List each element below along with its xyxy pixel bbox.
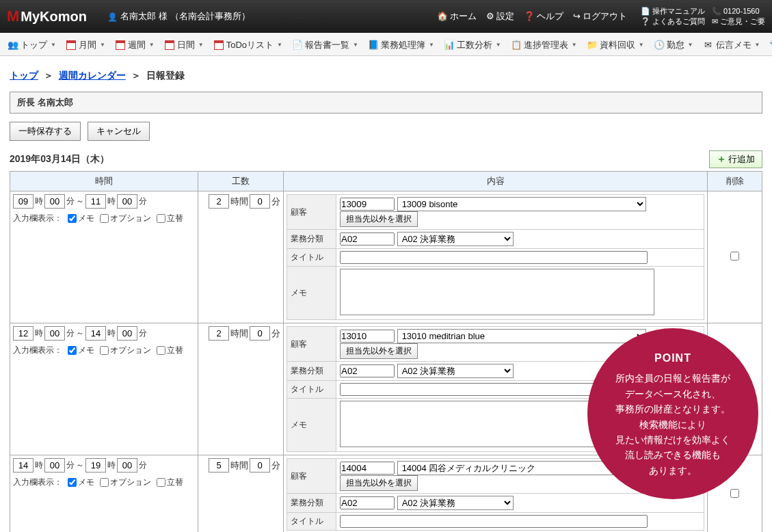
end-hour[interactable]	[85, 458, 106, 473]
customer-select[interactable]: 13009 bisonte	[397, 197, 646, 211]
chk-option[interactable]: オプション	[100, 477, 151, 488]
link-contact[interactable]: ご意見・ご要	[712, 16, 765, 27]
add-row-button[interactable]: ＋ 行追加	[709, 150, 762, 168]
end-min[interactable]	[117, 326, 137, 341]
end-min[interactable]	[117, 194, 137, 209]
save-button[interactable]: 一時保存する	[10, 122, 81, 141]
nav-tab-label: 月間	[79, 39, 96, 51]
nav-tab-label: 伝言メモ	[716, 39, 751, 51]
nav-tab-4[interactable]: ToDoリスト▼	[209, 36, 287, 55]
nav-home[interactable]: ホーム	[437, 10, 477, 23]
select-other-button[interactable]: 担当先以外を選択	[340, 211, 418, 227]
nav-tab-12[interactable]: 🔧個人ツール▼	[764, 36, 772, 55]
delete-checkbox[interactable]	[730, 489, 739, 498]
chk-option[interactable]: オプション	[100, 345, 151, 356]
category-code[interactable]	[340, 232, 395, 245]
select-other-button[interactable]: 担当先以外を選択	[340, 475, 418, 491]
nav-tabs: 👥トップ▼月間▼週間▼日間▼ToDoリスト▼📄報告書一覧▼📘業務処理簿▼📊工数分…	[0, 33, 772, 56]
breadcrumb-top[interactable]: トップ	[10, 70, 38, 81]
title-input[interactable]	[340, 515, 648, 528]
nav-tab-5[interactable]: 📄報告書一覧▼	[287, 36, 363, 55]
chk-memo[interactable]: メモ	[68, 345, 94, 356]
lbl-category: 業務分類	[287, 362, 336, 381]
faq-icon	[641, 16, 650, 27]
nav-tab-icon: 👥	[8, 40, 18, 51]
nav-tab-icon: 🔧	[769, 40, 772, 51]
nav-tab-11[interactable]: ✉伝言メモ▼	[698, 36, 765, 55]
link-manual[interactable]: 操作マニュアル	[641, 6, 705, 16]
memo-textarea[interactable]	[340, 269, 654, 315]
nav-tab-label: 進捗管理表	[524, 39, 568, 51]
nav-tab-label: 資料回収	[600, 39, 635, 51]
nav-help[interactable]: ヘルプ	[524, 10, 563, 23]
start-min[interactable]	[44, 194, 65, 209]
link-faq[interactable]: よくあるご質問	[641, 16, 705, 27]
category-select[interactable]: A02 決算業務	[397, 364, 514, 378]
nav-tab-7[interactable]: 📊工数分析▼	[439, 36, 506, 55]
start-hour[interactable]	[13, 326, 34, 341]
nav-tab-10[interactable]: 🕓勤怠▼	[649, 36, 698, 55]
th-time: 時間	[10, 172, 198, 191]
start-min[interactable]	[44, 458, 65, 473]
lbl-customer: 顧客	[287, 459, 336, 494]
owner-box: 所長 名南太郎	[10, 92, 762, 114]
nav-tab-icon	[213, 40, 224, 51]
chk-memo[interactable]: メモ	[68, 213, 94, 224]
customer-select[interactable]: 13010 meditrian blue	[397, 329, 646, 343]
kousu-hour[interactable]	[209, 194, 229, 209]
display-label: 入力欄表示：	[13, 477, 62, 488]
nav-tab-8[interactable]: 📋進捗管理表▼	[506, 36, 582, 55]
link-phone[interactable]: 0120-1560	[712, 6, 760, 16]
kousu-min[interactable]	[250, 194, 270, 209]
start-hour[interactable]	[13, 458, 34, 473]
customer-code[interactable]	[340, 198, 395, 211]
breadcrumb-current: 日報登録	[146, 70, 185, 81]
user-icon	[107, 12, 118, 22]
cancel-button[interactable]: キャンセル	[88, 122, 150, 141]
chk-tatekae[interactable]: 立替	[157, 477, 183, 488]
date-label: 2019年03月14日（木）	[10, 153, 109, 165]
chevron-down-icon: ▼	[572, 42, 577, 48]
chk-option[interactable]: オプション	[100, 213, 151, 224]
title-input[interactable]	[340, 251, 648, 264]
category-code[interactable]	[340, 364, 395, 377]
nav-tab-9[interactable]: 📁資料回収▼	[582, 36, 649, 55]
nav-tab-3[interactable]: 日間▼	[159, 36, 209, 55]
end-hour[interactable]	[85, 326, 106, 341]
select-other-button[interactable]: 担当先以外を選択	[340, 343, 418, 359]
chevron-down-icon: ▼	[198, 42, 204, 48]
kousu-min[interactable]	[250, 458, 270, 473]
category-select[interactable]: A02 決算業務	[397, 496, 514, 510]
category-code[interactable]	[340, 496, 395, 509]
nav-tab-6[interactable]: 📘業務処理簿▼	[363, 36, 439, 55]
lbl-title: タイトル	[287, 513, 336, 531]
nav-tab-0[interactable]: 👥トップ▼	[3, 36, 61, 55]
chk-memo[interactable]: メモ	[68, 477, 94, 488]
mail-icon	[712, 16, 718, 27]
kousu-hour[interactable]	[209, 326, 229, 341]
delete-checkbox[interactable]	[730, 252, 739, 261]
end-min[interactable]	[117, 458, 137, 473]
chevron-down-icon: ▼	[429, 42, 434, 48]
breadcrumb-weekly[interactable]: 週間カレンダー	[59, 70, 126, 81]
nav-tab-icon: 📋	[511, 40, 522, 51]
display-label: 入力欄表示：	[13, 213, 62, 224]
chevron-down-icon: ▼	[149, 42, 155, 48]
nav-logout[interactable]: ログアウト	[573, 10, 627, 23]
customer-code[interactable]	[340, 330, 395, 343]
nav-tab-2[interactable]: 週間▼	[110, 36, 159, 55]
kousu-hour[interactable]	[209, 458, 229, 473]
chk-tatekae[interactable]: 立替	[157, 345, 183, 356]
customer-code[interactable]	[340, 462, 395, 475]
start-hour[interactable]	[13, 194, 34, 209]
end-hour[interactable]	[85, 194, 106, 209]
nav-tab-1[interactable]: 月間▼	[61, 36, 110, 55]
nav-tab-icon	[115, 40, 126, 51]
chk-tatekae[interactable]: 立替	[157, 213, 183, 224]
nav-settings[interactable]: 設定	[486, 10, 514, 23]
start-min[interactable]	[44, 326, 65, 341]
kousu-min[interactable]	[250, 326, 270, 341]
nav-tab-label: 日間	[177, 39, 195, 51]
category-select[interactable]: A02 決算業務	[397, 232, 514, 246]
nav-tab-label: 業務処理簿	[381, 39, 425, 51]
